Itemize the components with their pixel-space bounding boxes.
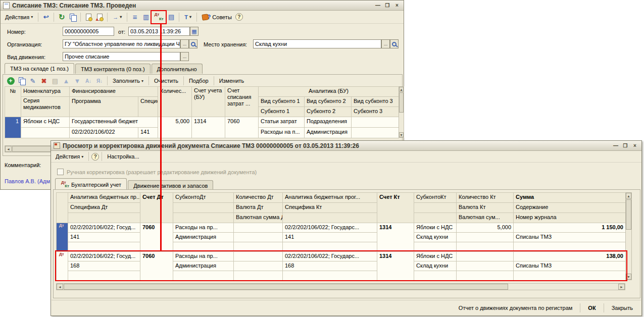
col-header-subk1[interactable]: Субконто 1 (259, 107, 305, 117)
document-window-titlebar[interactable]: Списание ТМЗ: Списание ТМЗ. Проведен — ❒… (1, 1, 404, 11)
col-header-account[interactable]: Счет учета (БУ) (192, 87, 225, 117)
col-header-spec-dt[interactable]: Специфика Дт (68, 203, 140, 213)
save-close-icon[interactable]: ↩ (41, 12, 51, 22)
grid-cell-subk-type2[interactable]: Подразделения (305, 117, 352, 128)
actions-menu-button[interactable]: Действия ▾ (3, 13, 35, 21)
scroll-thumb[interactable] (64, 284, 508, 290)
grid-cell[interactable] (352, 128, 399, 138)
movement-type-select-button[interactable]: ... (180, 52, 189, 61)
sort-asc-icon[interactable]: А↓ (83, 76, 93, 86)
tab-assets-movement[interactable]: Движение активов и запасов (128, 180, 213, 190)
settings-button[interactable]: Настройка... (105, 152, 141, 161)
scroll-up-arrow[interactable]: ▲ (626, 193, 631, 199)
grid-cell-subconto-kt2[interactable]: Склад кухни (414, 233, 457, 242)
sort-desc-icon[interactable]: Я↓ (94, 76, 105, 86)
movements-hscrollbar[interactable]: ◄ ► (56, 283, 625, 290)
tab-accounting[interactable]: Дт Кт Бухгалтерский учет (55, 178, 127, 190)
help-icon[interactable]: ? (235, 13, 243, 21)
related-documents-icon[interactable]: ▤ (166, 12, 176, 22)
grid-cell[interactable] (352, 117, 399, 128)
col-header[interactable] (173, 203, 234, 213)
add-row-icon[interactable]: + (6, 76, 16, 86)
col-header-qty-dt[interactable]: Количество Дт (234, 193, 283, 203)
dtkt-postings-button[interactable]: Дт Кт (152, 12, 165, 23)
col-header[interactable] (283, 213, 377, 223)
col-header-subk-type3[interactable]: Вид субконто 3 (352, 97, 399, 107)
maximize-button[interactable]: ❒ (621, 142, 629, 149)
col-header-spec-kt[interactable]: Специфика Кт (283, 203, 377, 213)
scroll-thumb[interactable] (399, 92, 404, 113)
scroll-right-arrow[interactable]: ► (618, 284, 625, 290)
col-header-subk-type2[interactable]: Вид субконто 2 (305, 97, 352, 107)
copy-row-icon[interactable] (17, 76, 27, 86)
grid-cell-subconto-dt2[interactable]: Администрация (173, 233, 234, 242)
col-header[interactable] (414, 213, 457, 223)
grid-cell-analytics-dt[interactable]: 02/2/202/106/022; Госуд... (68, 223, 140, 233)
col-header-subconto-kt[interactable]: СубконтоКт (414, 193, 457, 203)
grid-cell[interactable] (457, 233, 514, 242)
col-header-financing[interactable]: Финансирование (70, 87, 158, 97)
grid-cell-spec-kt[interactable]: 141 (283, 233, 377, 242)
report-movements-button[interactable]: Отчет о движениях документа по регистрам (455, 303, 577, 312)
col-header-program[interactable]: Программа (70, 97, 138, 117)
col-header[interactable] (173, 213, 234, 223)
close-button[interactable]: × (393, 2, 401, 9)
grid-cell-cost-account[interactable]: 7060 (225, 117, 259, 138)
grid-cell-qty[interactable]: 5,000 (158, 117, 192, 138)
col-header-analytics[interactable]: Аналитика (БУ) (259, 87, 399, 97)
copy-document-icon[interactable] (68, 12, 78, 22)
storage-search-button[interactable] (390, 39, 399, 48)
col-header-currency-sum-dt[interactable]: Валютная сумма Дт (234, 213, 283, 223)
fill-button[interactable]: Заполнить ▾ (110, 77, 146, 85)
col-header[interactable] (414, 203, 457, 213)
col-header-subk3[interactable]: Субконто 3 (352, 107, 399, 117)
grid-cell-subk1[interactable]: Расходы на п... (259, 128, 305, 138)
col-header-currency-kt[interactable]: Валюта Кт (457, 203, 514, 213)
document-structure-icon[interactable]: ≡ (130, 12, 140, 22)
col-header-series[interactable]: Серия медикаментов (21, 97, 70, 117)
col-header-subconto-dt[interactable]: СубконтоДт (173, 193, 234, 203)
grid-cell-analytics-kt[interactable]: 02/2/202/106/022; Государс... (283, 223, 377, 233)
col-header-analytics-dt[interactable]: Аналитика бюджетных пр... (68, 193, 140, 203)
goto-menu-icon[interactable]: →▾ (110, 13, 124, 21)
col-header-currency-dt[interactable]: Валюта Дт (234, 203, 283, 213)
list-settings-icon[interactable]: ▥ (141, 12, 151, 22)
minimize-button[interactable]: — (374, 2, 382, 9)
pick-button[interactable]: Подбор (186, 77, 211, 85)
grid-cell-subconto-kt[interactable]: Яблоки с НДС (414, 223, 457, 233)
delete-row-icon[interactable]: ✖ (39, 76, 49, 86)
grid-cell-subk2[interactable]: Администрация (305, 128, 352, 138)
grid-vscrollbar[interactable]: ▲ ▼ (399, 86, 404, 138)
move-down-icon[interactable]: ▼ (72, 76, 82, 86)
col-header-num[interactable]: № (5, 87, 21, 117)
grid-cell-sum[interactable]: 1 150,00 (514, 223, 626, 233)
move-up-icon[interactable]: ▲ (61, 76, 71, 86)
organization-input[interactable]: ГУ "Областное управление по ликвидации Ч (63, 39, 180, 48)
manual-correction-checkbox[interactable] (57, 169, 64, 175)
grid-cell-content[interactable]: Списаны ТМЗ (514, 233, 626, 242)
grid-cell-spec-dt[interactable]: 141 (68, 233, 140, 242)
grid-cell-qty-kt[interactable]: 5,000 (457, 223, 514, 233)
tab-tmz-warehouse[interactable]: ТМЗ на складе (1 поз.) (5, 63, 74, 74)
end-edit-icon[interactable]: ▤ (50, 76, 60, 86)
col-header-journal-number[interactable]: Номер журнала (514, 213, 626, 223)
col-header-subk-type1[interactable]: Вид субконто 1 (259, 97, 305, 107)
grid-cell-nomenclature[interactable]: Яблоки с НДС (21, 117, 70, 128)
grid-cell[interactable] (21, 128, 70, 138)
col-header-cost-account[interactable]: Счет списания затрат ... (225, 87, 259, 117)
col-header-analytics-kt[interactable]: Аналитика бюджетных прог... (283, 193, 377, 203)
close-button[interactable]: × (631, 142, 639, 149)
change-button[interactable]: Изменить (217, 77, 247, 85)
ok-button[interactable]: ОК (584, 303, 600, 312)
grid-cell[interactable] (234, 223, 283, 233)
organization-select-button[interactable]: ... (180, 39, 189, 48)
col-header-account-dt[interactable]: Счет Дт (140, 193, 173, 223)
col-header-content[interactable]: Содержание (514, 203, 626, 213)
minimize-button[interactable]: — (612, 142, 620, 149)
movement-type-input[interactable]: Прочее списание (63, 52, 180, 61)
col-header-currency-sum-kt[interactable]: Валютная сум... (457, 213, 514, 223)
row-number-cell[interactable]: 1 (5, 117, 21, 138)
advice-button[interactable]: ? Советы (200, 13, 234, 22)
col-header-spec[interactable]: Специф.. (138, 97, 158, 117)
edit-row-icon[interactable]: ✎ (28, 76, 38, 86)
